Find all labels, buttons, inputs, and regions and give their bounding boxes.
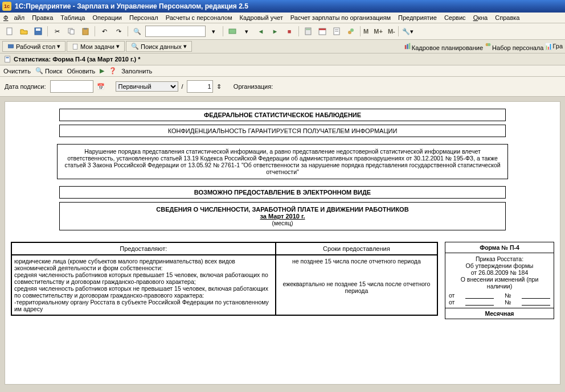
calc-icon[interactable]: [302, 25, 314, 38]
form-note: Нарушение порядка представления статисти…: [57, 144, 508, 179]
form-heading-2: КОНФИДЕНЦИАЛЬНОСТЬ ГАРАНТИРУЕТСЯ ПОЛУЧАТ…: [59, 125, 506, 137]
document-title: Статистика: Форма П-4 (за Март 2010 г.) …: [14, 56, 140, 63]
tab-gra[interactable]: 📊Гра: [544, 43, 563, 50]
slash-label: /: [182, 83, 183, 90]
calendar-picker-icon[interactable]: 📅: [97, 83, 105, 90]
svg-rect-11: [319, 28, 326, 30]
document-toolbar: Очистить 🔍 Поиск Обновить ▶ ❓ Заполнить: [0, 65, 565, 77]
menu-file[interactable]: Файл: [3, 14, 24, 21]
m-button[interactable]: M: [363, 28, 369, 35]
find-button[interactable]: 🔍 Поиск: [35, 67, 62, 75]
search-icon[interactable]: 🔍: [131, 25, 144, 38]
report-icon[interactable]: [330, 25, 343, 38]
svg-rect-21: [409, 43, 411, 49]
main-toolbar: ✂ ↶ ↷ 🔍 ▾ ▾ ◄ ► ■ M M+ M- 🔧▾: [0, 23, 565, 40]
providers-table: Предоставляют: Сроки предоставления юрид…: [11, 242, 438, 316]
form-title: СВЕДЕНИЯ О ЧИСЛЕННОСТИ, ЗАРАБОТНОЙ ПЛАТЕ…: [59, 202, 506, 230]
svg-rect-2: [36, 28, 40, 31]
svg-rect-17: [9, 44, 14, 48]
form-heading-3: ВОЗМОЖНО ПРЕДОСТАВЛЕНИЕ В ЭЛЕКТРОННОМ ВИ…: [59, 186, 506, 199]
menu-personnel[interactable]: Персонал: [129, 14, 158, 21]
form-periodicity: Месячная: [445, 308, 554, 319]
tab-mytasks[interactable]: Мои задачи▾: [67, 41, 125, 52]
menu-windows[interactable]: Окна: [473, 14, 488, 21]
m-plus-button[interactable]: M+: [374, 28, 383, 35]
m-minus-button[interactable]: M-: [388, 28, 395, 35]
help-button[interactable]: ❓: [109, 67, 117, 75]
providers-cell: юридические лица (кроме субъектов малого…: [11, 255, 276, 315]
svg-rect-24: [5, 56, 10, 63]
pref-icon[interactable]: [345, 25, 357, 38]
document-icon: [3, 55, 11, 63]
redo-icon[interactable]: ↷: [112, 25, 125, 38]
refresh-button[interactable]: Обновить: [67, 68, 95, 75]
menu-payroll[interactable]: Расчет зарплаты по организациям: [290, 14, 391, 21]
window-titlebar: 1c 1С:Предприятие - Зарплата и Управлени…: [0, 0, 565, 13]
svg-rect-25: [6, 57, 9, 59]
svg-point-23: [488, 43, 490, 46]
num-input[interactable]: [187, 80, 213, 93]
svg-rect-7: [229, 29, 236, 34]
paste-icon[interactable]: [79, 25, 92, 38]
primary-select[interactable]: Первичный: [116, 81, 178, 92]
field-row: Дата подписи: 📅 Первичный / ⇕ Организаци…: [0, 77, 565, 97]
date-sign-input[interactable]: [50, 80, 93, 93]
svg-rect-9: [306, 28, 310, 30]
fill-button[interactable]: Заполнить: [121, 68, 152, 75]
action2-icon[interactable]: ▾: [240, 25, 253, 38]
form-period-sub: (месяц): [272, 220, 293, 226]
col-providers: Предоставляют:: [11, 242, 276, 255]
save-icon[interactable]: [32, 25, 44, 38]
menu-service[interactable]: Сервис: [444, 14, 466, 21]
arrow-button[interactable]: ▶: [100, 67, 104, 75]
form-number: Форма № П-4: [445, 242, 554, 253]
num-stepper-icon[interactable]: ⇕: [216, 83, 222, 90]
menu-operations[interactable]: Операции: [93, 14, 122, 21]
col-deadlines: Сроки предоставления: [276, 242, 437, 255]
svg-point-16: [350, 28, 354, 32]
menu-table[interactable]: Таблица: [60, 14, 85, 21]
copy-icon[interactable]: [65, 25, 77, 38]
form-period: за Март 2010 г.: [260, 213, 305, 220]
deadlines-cell: не позднее 15 числа после отчетного пери…: [276, 255, 437, 315]
fwd-icon[interactable]: ►: [269, 25, 281, 38]
dropdown-icon[interactable]: ▾: [207, 25, 220, 38]
menu-edit[interactable]: Правка: [32, 14, 53, 21]
menu-help[interactable]: Справка: [495, 14, 519, 21]
svg-rect-20: [407, 44, 408, 49]
app-logo-icon: 1c: [2, 2, 11, 11]
svg-rect-0: [7, 28, 12, 35]
undo-icon[interactable]: ↶: [98, 25, 110, 38]
window-title: 1С:Предприятие - Зарплата и Управление П…: [15, 2, 248, 10]
form-order: Приказ Росстата: Об утверждении формы от…: [445, 253, 554, 292]
menu-hr[interactable]: Кадровый учет: [240, 14, 283, 21]
tab-bar: Рабочий стол▾ Мои задачи▾ 🔍Поиск данных▾…: [0, 40, 565, 53]
tab-recruitment[interactable]: Набор персонала: [484, 42, 543, 51]
svg-rect-6: [84, 28, 87, 30]
org-label: Организация:: [234, 83, 273, 90]
action1-icon[interactable]: [226, 25, 239, 38]
svg-rect-19: [405, 45, 407, 49]
back-icon[interactable]: ◄: [255, 25, 267, 38]
open-icon[interactable]: [18, 25, 30, 38]
calendar-icon[interactable]: [316, 25, 329, 38]
svg-rect-4: [70, 30, 74, 34]
date-sign-label: Дата подписи:: [5, 83, 46, 90]
wrench-icon[interactable]: 🔧▾: [402, 25, 414, 38]
document-title-bar: Статистика: Форма П-4 (за Март 2010 г.) …: [0, 53, 565, 65]
form-heading-1: ФЕДЕРАЛЬНОЕ СТАТИСТИЧЕСКОЕ НАБЛЮДЕНИЕ: [59, 109, 506, 121]
clear-button[interactable]: Очистить: [3, 68, 31, 75]
tab-desktop[interactable]: Рабочий стол▾: [2, 41, 65, 52]
svg-rect-18: [73, 44, 77, 49]
tab-search[interactable]: 🔍Поиск данных▾: [126, 41, 192, 52]
stop-icon[interactable]: ■: [283, 25, 296, 38]
cut-icon[interactable]: ✂: [51, 25, 63, 38]
main-menu: Файл Правка Таблица Операции Персонал Ра…: [0, 13, 565, 23]
menu-calc[interactable]: Расчеты с персоналом: [166, 14, 232, 21]
tab-hr-planning[interactable]: Кадровое планирование: [404, 42, 483, 51]
menu-enterprise[interactable]: Предприятие: [398, 14, 437, 21]
search-input[interactable]: [145, 26, 206, 37]
new-doc-icon[interactable]: [3, 25, 16, 38]
form-meta-box: Форма № П-4 Приказ Росстата: Об утвержде…: [445, 242, 554, 319]
document-body: ФЕДЕРАЛЬНОЕ СТАТИСТИЧЕСКОЕ НАБЛЮДЕНИЕ КО…: [5, 101, 560, 385]
